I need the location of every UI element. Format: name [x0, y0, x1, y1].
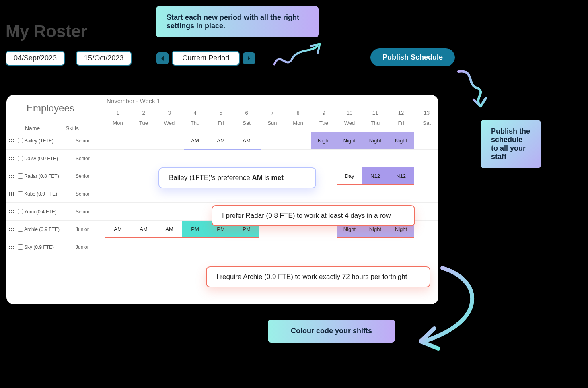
table-row: Bailey (1FTE) Senior AM AM AM Night Nigh…	[6, 132, 438, 150]
shift-cell[interactable]: AM	[156, 221, 182, 238]
tip-start-period: Start each new period with all the right…	[156, 6, 319, 37]
employee-name: Bailey (1FTE)	[24, 138, 74, 144]
day-number: 12	[388, 110, 414, 116]
shift-cell[interactable]: AM	[131, 221, 156, 238]
employee-skill: Junior	[76, 244, 105, 250]
column-name: Name	[25, 125, 40, 132]
employee-name: Radar (0.8 FET)	[24, 173, 74, 179]
shift-cell[interactable]: Night	[388, 132, 414, 149]
employee-skill: Senior	[76, 138, 105, 144]
row-checkbox[interactable]	[18, 191, 23, 196]
day-name: Sat	[234, 120, 259, 126]
employee-skill: Senior	[76, 209, 105, 215]
day-numbers-row: 1 2 3 4 5 6 7 8 9 10 11 12 13	[105, 106, 438, 116]
day-number: 6	[234, 110, 259, 116]
drag-handle-icon[interactable]	[9, 246, 14, 249]
employee-skill: Senior	[76, 156, 105, 161]
chevron-right-icon	[247, 56, 251, 61]
table-row: Daisy (0.9 FTE) Senior	[6, 150, 438, 167]
employee-name: Archie (0.9 FTE)	[24, 227, 74, 232]
day-name: Wed	[337, 120, 362, 126]
drag-handle-icon[interactable]	[9, 157, 14, 160]
publish-schedule-button[interactable]: Publish Schedule	[370, 48, 455, 66]
day-number: 8	[285, 110, 311, 116]
shift-cell[interactable]: AM	[234, 132, 259, 149]
chevron-left-icon	[160, 56, 164, 61]
drag-handle-icon[interactable]	[9, 210, 14, 213]
shift-cell[interactable]: PM	[182, 221, 208, 238]
employees-title: Employees	[27, 103, 105, 114]
tip-publish: Publish the schedule to all your staff	[481, 120, 541, 168]
employee-name: Kubo (0.9 FTE)	[24, 191, 74, 197]
rule-callout: I require Archie (0.9 FTE) to work exact…	[206, 266, 430, 287]
period-navigation: Current Period	[156, 51, 255, 66]
day-name: Thu	[182, 120, 208, 126]
day-number: 4	[182, 110, 208, 116]
day-name: Tue	[131, 120, 156, 126]
day-name: Fri	[388, 120, 414, 126]
shift-cell[interactable]: Night	[311, 132, 337, 149]
callout-text: Bailey (1FTE)'s preference	[169, 174, 252, 182]
row-checkbox[interactable]	[18, 173, 23, 179]
day-number: 11	[362, 110, 388, 116]
day-number: 7	[259, 110, 285, 116]
period-next-button[interactable]	[243, 52, 255, 64]
day-number: 2	[131, 110, 156, 116]
day-name: Thu	[362, 120, 388, 126]
day-number: 10	[337, 110, 362, 116]
period-prev-button[interactable]	[156, 52, 169, 64]
day-name: Fri	[208, 120, 234, 126]
date-to-input[interactable]: 15/Oct/2023	[76, 51, 132, 66]
employee-name: Daisy (0.9 FTE)	[24, 156, 74, 161]
arrow-annotation-icon	[450, 68, 491, 108]
drag-handle-icon[interactable]	[9, 192, 14, 196]
shift-cell[interactable]: Day	[337, 167, 362, 185]
day-names-row: Mon Tue Wed Thu Fri Sat Sun Mon Tue Wed …	[105, 116, 438, 132]
drag-handle-icon[interactable]	[9, 228, 14, 231]
row-checkbox[interactable]	[18, 244, 23, 250]
toolbar: 04/Sept/2023 15/Oct/2023 Current Period	[6, 51, 255, 66]
table-row: Sky (0.9 FTE) Junior	[6, 238, 438, 256]
preference-callout: Bailey (1FTE)'s preference AM is met	[158, 167, 316, 188]
arrow-annotation-icon	[272, 42, 325, 70]
day-number: 13	[414, 110, 438, 116]
rule-callout: I prefer Radar (0.8 FTE) to work at leas…	[212, 205, 415, 226]
month-label: November - Week 1	[105, 95, 438, 106]
shift-cell[interactable]: Night	[337, 132, 362, 149]
shift-cell[interactable]: Night	[362, 132, 388, 149]
day-number: 5	[208, 110, 234, 116]
employee-skill: Junior	[76, 227, 105, 232]
day-number: 3	[156, 110, 182, 116]
employee-skill: Senior	[76, 191, 105, 197]
day-name: Tue	[311, 120, 337, 126]
day-number: 9	[311, 110, 337, 116]
page-title: My Roster	[6, 22, 87, 41]
shift-cell[interactable]: AM	[208, 132, 234, 149]
callout-status: met	[271, 174, 284, 182]
row-checkbox[interactable]	[18, 209, 23, 214]
drag-handle-icon[interactable]	[9, 139, 14, 142]
tip-colour-code: Colour code your shifts	[268, 320, 395, 343]
day-name: Sat	[414, 120, 438, 126]
callout-shift: AM	[252, 174, 262, 182]
day-name: Mon	[105, 120, 131, 126]
employee-name: Sky (0.9 FTE)	[24, 244, 74, 250]
day-name: Sun	[259, 120, 285, 126]
row-checkbox[interactable]	[18, 156, 23, 161]
employees-header: Employees Name Skills	[6, 95, 105, 132]
row-checkbox[interactable]	[18, 138, 23, 143]
employee-skill: Senior	[76, 173, 105, 179]
shift-cell[interactable]: N12	[388, 167, 414, 185]
day-name: Mon	[285, 120, 311, 126]
shift-cell[interactable]: AM	[105, 221, 131, 238]
shift-cell[interactable]: AM	[182, 132, 208, 149]
date-from-input[interactable]: 04/Sept/2023	[6, 51, 65, 66]
employee-name: Yumi (0.4 FTE)	[24, 209, 74, 215]
shift-cell[interactable]: N12	[362, 167, 388, 185]
day-name: Wed	[156, 120, 182, 126]
column-skills: Skills	[66, 125, 79, 132]
row-checkbox[interactable]	[18, 227, 23, 232]
day-number: 1	[105, 110, 131, 116]
period-label[interactable]: Current Period	[172, 51, 240, 66]
drag-handle-icon[interactable]	[9, 175, 14, 178]
